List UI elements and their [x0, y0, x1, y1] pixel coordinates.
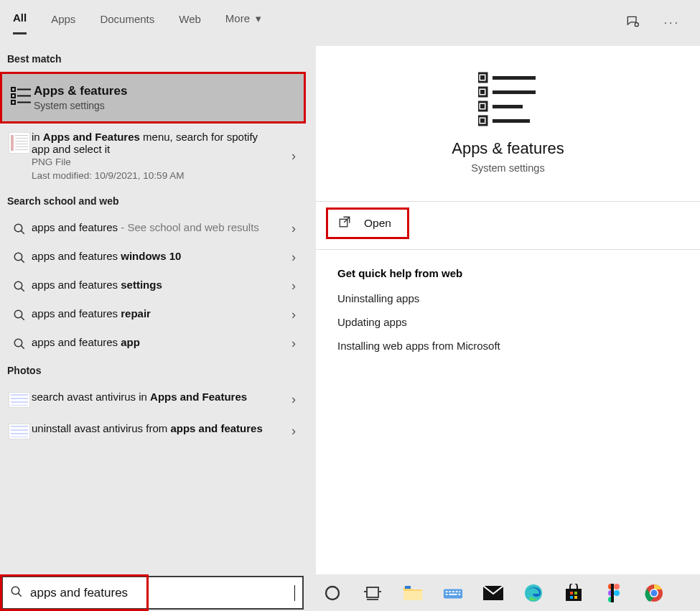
chevron-right-icon: › — [291, 250, 296, 265]
svg-line-10 — [21, 259, 24, 263]
search-filter-tabs: All Apps Documents Web More ▾ ··· — [0, 0, 700, 46]
svg-rect-27 — [480, 118, 485, 123]
tab-more-label: More — [225, 12, 250, 24]
file-thumbnail-icon — [9, 132, 30, 154]
svg-line-16 — [21, 345, 24, 349]
svg-rect-54 — [574, 596, 577, 599]
edge-icon[interactable] — [523, 583, 543, 603]
preview-subtitle: System settings — [316, 162, 700, 174]
photo-thumbnail-icon — [9, 424, 30, 439]
tab-web[interactable]: Web — [179, 13, 201, 34]
svg-rect-43 — [456, 591, 458, 592]
svg-rect-25 — [493, 105, 523, 108]
help-link-update[interactable]: Updating apps — [316, 310, 700, 334]
best-match-result[interactable]: Apps & features System settings — [0, 72, 306, 123]
svg-point-63 — [651, 589, 658, 596]
svg-point-9 — [14, 253, 22, 261]
web-result-repair[interactable]: apps and features repair › — [0, 300, 306, 329]
help-link-uninstall[interactable]: Uninstalling apps — [316, 286, 700, 310]
svg-rect-5 — [11, 101, 15, 104]
chevron-right-icon: › — [291, 307, 296, 322]
web-result-windows10[interactable]: apps and features windows 10 › — [0, 243, 306, 271]
svg-rect-46 — [449, 593, 457, 594]
svg-rect-51 — [570, 592, 573, 594]
tab-more[interactable]: More ▾ — [225, 12, 261, 34]
svg-rect-42 — [452, 591, 454, 592]
svg-rect-38 — [405, 586, 411, 589]
options-icon[interactable]: ··· — [664, 17, 680, 29]
search-input[interactable] — [30, 586, 296, 600]
section-school-web: Search school and web — [0, 188, 306, 214]
svg-point-7 — [14, 224, 22, 232]
apps-features-hero-icon — [478, 70, 538, 129]
svg-rect-52 — [574, 592, 577, 594]
svg-rect-37 — [403, 591, 422, 600]
chevron-down-icon: ▾ — [256, 12, 261, 24]
svg-rect-40 — [446, 591, 448, 592]
svg-rect-18 — [480, 75, 485, 80]
on-screen-keyboard-icon[interactable] — [443, 583, 463, 603]
file-result-type: PNG File — [32, 157, 277, 167]
file-result-modified: Last modified: 10/9/2021, 10:59 AM — [32, 170, 277, 181]
svg-rect-50 — [566, 589, 582, 601]
web-result-see-more[interactable]: apps and features - See school and web r… — [0, 214, 306, 243]
best-match-title: Apps & features — [34, 84, 275, 98]
web-result-app[interactable]: apps and features app › — [0, 329, 306, 358]
feedback-icon[interactable] — [625, 14, 640, 32]
chevron-right-icon: › — [291, 221, 296, 236]
taskbar-search-box[interactable] — [1, 576, 304, 610]
mail-icon[interactable] — [483, 583, 503, 603]
quick-help-heading: Get quick help from web — [316, 250, 700, 286]
svg-point-58 — [614, 590, 620, 596]
photo-thumbnail-icon — [9, 392, 30, 408]
svg-rect-24 — [480, 104, 485, 108]
preview-pane: Apps & features System settings Open Get… — [306, 46, 700, 574]
file-explorer-icon[interactable] — [403, 583, 423, 603]
svg-point-11 — [14, 281, 22, 289]
section-photos: Photos — [0, 358, 306, 383]
svg-rect-1 — [11, 88, 15, 91]
search-icon — [7, 307, 32, 322]
open-label: Open — [364, 217, 391, 230]
svg-point-30 — [11, 587, 19, 594]
photo-result-2[interactable]: uninstall avast antivirus from apps and … — [0, 415, 306, 447]
search-icon — [7, 279, 32, 293]
svg-point-15 — [14, 339, 22, 347]
svg-rect-22 — [493, 90, 536, 94]
chevron-right-icon: › — [291, 336, 296, 351]
search-icon — [7, 221, 32, 235]
svg-rect-19 — [493, 76, 536, 80]
open-external-icon — [338, 215, 351, 231]
search-icon — [7, 336, 32, 350]
tab-apps[interactable]: Apps — [51, 13, 75, 34]
svg-rect-33 — [367, 587, 378, 597]
figma-icon[interactable] — [604, 583, 624, 603]
text-caret — [294, 585, 295, 601]
file-result[interactable]: in Apps and Features menu, search for sp… — [0, 123, 306, 188]
help-link-install[interactable]: Installing web apps from Microsoft — [316, 334, 700, 358]
tab-all[interactable]: All — [13, 11, 27, 34]
web-result-settings[interactable]: apps and features settings › — [0, 271, 306, 300]
open-button[interactable]: Open — [326, 207, 409, 239]
chrome-icon[interactable] — [644, 583, 664, 603]
cortana-icon[interactable] — [322, 583, 342, 603]
svg-rect-53 — [570, 596, 573, 599]
tab-documents[interactable]: Documents — [100, 13, 154, 34]
svg-rect-44 — [459, 591, 460, 592]
search-icon — [10, 585, 23, 601]
apps-features-list-icon — [9, 84, 34, 107]
file-result-title: in Apps and Features menu, search for sp… — [32, 131, 277, 155]
microsoft-store-icon[interactable] — [564, 583, 584, 603]
svg-rect-60 — [611, 584, 614, 602]
chevron-right-icon: › — [291, 149, 296, 164]
svg-point-13 — [14, 310, 22, 318]
divider — [316, 201, 700, 202]
chevron-right-icon: › — [291, 279, 296, 294]
web-result-title: apps and features - See school and web r… — [32, 221, 277, 233]
taskbar — [0, 574, 700, 611]
photo-result-1[interactable]: search avast antivirus in Apps and Featu… — [0, 383, 306, 415]
chevron-right-icon: › — [291, 424, 296, 439]
task-view-icon[interactable] — [363, 583, 383, 603]
svg-line-14 — [21, 317, 24, 320]
svg-point-56 — [614, 584, 620, 589]
